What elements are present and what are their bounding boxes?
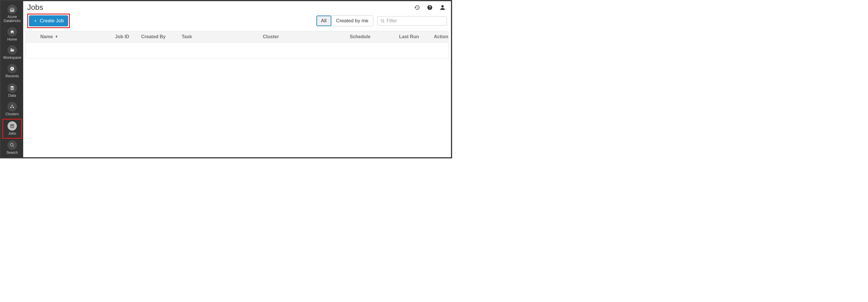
sidebar-item-label: Data [8, 94, 16, 98]
table-body-empty [26, 42, 448, 58]
filter-all-button[interactable]: All [316, 15, 331, 26]
col-cluster[interactable]: Cluster [260, 33, 347, 40]
jobs-table: Name Job ID Created By Task Cluster Sche… [26, 31, 448, 59]
col-created-by[interactable]: Created By [139, 33, 179, 40]
sidebar-item-label: Clusters [5, 112, 19, 116]
col-last-run[interactable]: Last Run [397, 33, 432, 40]
sidebar-item-brand[interactable]: Azure Databricks [2, 3, 22, 26]
sidebar-item-label: Search [6, 151, 18, 155]
clusters-icon [7, 102, 17, 111]
sidebar-item-label: Workspace [3, 56, 21, 60]
sidebar-item-label: Recents [5, 74, 19, 78]
history-icon[interactable] [414, 4, 420, 11]
sidebar-item-home[interactable]: Home [2, 26, 22, 44]
filter-created-by-me-button[interactable]: Created by me [331, 15, 373, 26]
search-icon [7, 140, 17, 150]
sidebar-item-label: Home [7, 38, 17, 42]
clock-icon [7, 64, 17, 73]
sidebar-item-recents[interactable]: Recents [2, 62, 22, 81]
folder-open-icon [7, 45, 17, 55]
create-job-highlight: Create Job [27, 13, 70, 28]
sidebar-item-workspace[interactable]: Workspace [2, 44, 22, 62]
col-action[interactable]: Action [432, 33, 451, 40]
user-icon[interactable] [439, 4, 446, 11]
col-schedule[interactable]: Schedule [347, 33, 397, 40]
create-job-button[interactable]: Create Job [29, 15, 68, 26]
sidebar-item-label: Jobs [8, 132, 16, 136]
header-icons [414, 4, 447, 11]
filter-input[interactable] [386, 18, 444, 24]
ownership-filter: All Created by me [316, 15, 373, 26]
help-icon[interactable] [427, 4, 433, 11]
main-content: Jobs Create Job All Cr [23, 1, 451, 157]
database-icon [7, 83, 17, 93]
brand-label: Azure Databricks [2, 15, 22, 23]
sort-asc-icon [55, 34, 58, 39]
home-icon [7, 27, 17, 36]
sidebar-item-data[interactable]: Data [2, 82, 22, 100]
col-task[interactable]: Task [179, 33, 260, 40]
col-job-id[interactable]: Job ID [113, 33, 139, 40]
sidebar-item-search[interactable]: Search [2, 139, 22, 157]
plus-icon [33, 19, 37, 23]
col-name[interactable]: Name [26, 33, 113, 40]
sidebar-item-clusters[interactable]: Clusters [2, 100, 22, 119]
search-icon [380, 19, 385, 23]
table-header: Name Job ID Created By Task Cluster Sche… [26, 31, 448, 42]
sidebar: Azure Databricks Home Workspace Recents … [1, 1, 23, 157]
create-job-label: Create Job [40, 18, 64, 24]
page-title: Jobs [27, 3, 43, 12]
databricks-logo-icon [7, 5, 17, 14]
calendar-icon [7, 121, 17, 131]
sidebar-item-jobs[interactable]: Jobs [2, 119, 22, 139]
filter-box[interactable] [377, 16, 447, 26]
